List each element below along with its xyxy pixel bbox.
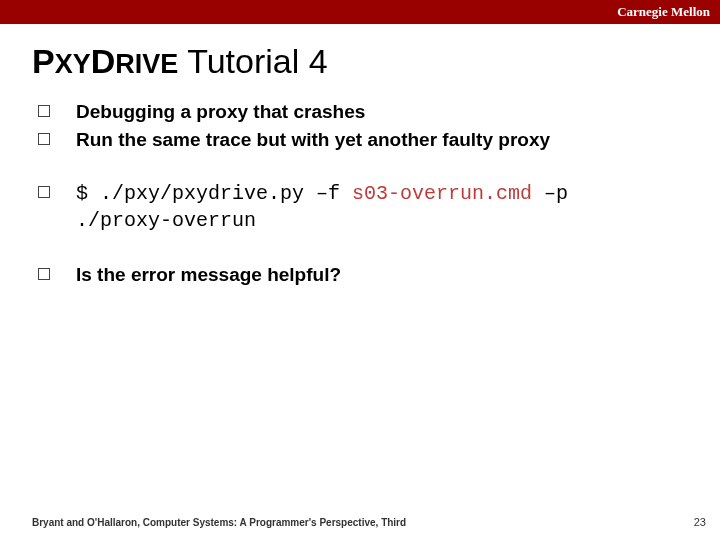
square-bullet-icon <box>38 105 50 117</box>
slide-title: PXYDRIVE Tutorial 4 <box>32 42 720 81</box>
bullet-text: Debugging a proxy that crashes <box>76 99 365 125</box>
header-bar: Carnegie Mellon <box>0 0 720 24</box>
square-bullet-icon <box>38 268 50 280</box>
bullet-item: $ ./pxy/pxydrive.py –f s03-overrun.cmd –… <box>38 180 690 234</box>
square-bullet-icon <box>38 186 50 198</box>
footer-citation: Bryant and O'Hallaron, Computer Systems:… <box>32 517 406 528</box>
university-name: Carnegie Mellon <box>617 4 710 19</box>
bullet-item: Debugging a proxy that crashes <box>38 99 690 125</box>
bullet-item: Is the error message helpful? <box>38 262 690 288</box>
command-text: $ ./pxy/pxydrive.py –f s03-overrun.cmd –… <box>76 180 636 234</box>
bullet-text: Is the error message helpful? <box>76 262 341 288</box>
content-area: Debugging a proxy that crashes Run the s… <box>38 99 690 288</box>
bullet-text: Run the same trace but with yet another … <box>76 127 550 153</box>
square-bullet-icon <box>38 133 50 145</box>
bullet-item: Run the same trace but with yet another … <box>38 127 690 153</box>
page-number: 23 <box>694 516 706 528</box>
